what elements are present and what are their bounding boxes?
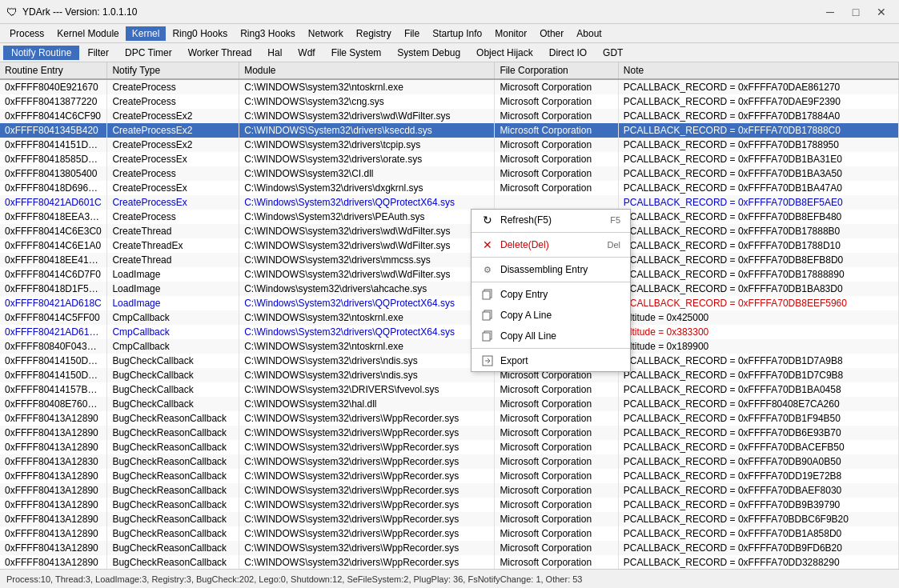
tab-gdt[interactable]: GDT <box>595 46 631 60</box>
table-row[interactable]: 0xFFFF80414C6E1A0CreateThreadExC:\WINDOW… <box>0 238 899 253</box>
menu-item-about[interactable]: About <box>570 26 608 41</box>
table-row[interactable]: 0xFFFF80414150DCB50BugCheckCallbackC:\WI… <box>0 368 899 382</box>
tab-wdf[interactable]: Wdf <box>290 46 323 60</box>
table-row[interactable]: 0xFFFF80840F0438E0CmpCallbackC:\WINDOWS\… <box>0 339 899 354</box>
table-row[interactable]: 0xFFFF80414151DD9F0CreateProcessEx2C:\WI… <box>0 138 899 152</box>
table-row[interactable]: 0xFFFF80414C6CF90CreateProcessEx2C:\WIND… <box>0 109 899 123</box>
context-menu-item-refresh-f5-[interactable]: ↻Refresh(F5)F5 <box>472 210 630 230</box>
menu-item-startup-info[interactable]: Startup Info <box>426 26 488 41</box>
context-menu-shortcut: F5 <box>610 215 620 225</box>
menu-item-registry[interactable]: Registry <box>350 26 398 41</box>
tab-system-debug[interactable]: System Debug <box>389 46 468 60</box>
menu-item-network[interactable]: Network <box>302 26 350 41</box>
status-bar: Process:10, Thread:3, LoadImage:3, Regis… <box>0 569 899 588</box>
menu-item-other[interactable]: Other <box>533 26 570 41</box>
context-menu-separator <box>472 282 630 282</box>
cell-col-type: BugCheckReasonCallback <box>107 469 239 483</box>
copy-icon <box>481 288 494 301</box>
table-row[interactable]: 0xFFFF80421AD601CCreateProcessExC:\Windo… <box>0 195 899 210</box>
table-row[interactable]: 0xFFFF80414C5FF00CmpCallbackC:\WINDOWS\s… <box>0 310 899 325</box>
cell-col-type: BugCheckReasonCallback <box>107 498 239 512</box>
tab-filter[interactable]: Filter <box>79 46 117 60</box>
tab-object-hijack[interactable]: Object Hijack <box>468 46 541 60</box>
table-row[interactable]: 0xFFFF80413A12890BugCheckReasonCallbackC… <box>0 512 899 526</box>
menu-item-process[interactable]: Process <box>3 26 50 41</box>
cell-col-type: BugCheckReasonCallback <box>107 541 239 555</box>
table-row[interactable]: 0xFFFF80413A12890BugCheckReasonCallbackC… <box>0 541 899 555</box>
tab-hal[interactable]: Hal <box>259 46 290 60</box>
table-row[interactable]: 0xFFFF8040E921670CreateProcessC:\WINDOWS… <box>0 79 899 94</box>
cell-col-module: C:\WINDOWS\system32\drivers\wd\WdFilter.… <box>239 267 495 282</box>
context-menu-item-copy-entry[interactable]: Copy Entry <box>472 284 630 305</box>
col-header-fc[interactable]: File Corporation <box>495 62 618 79</box>
cell-col-entry: 0xFFFF80421AD618C <box>0 296 107 310</box>
cell-col-fc: Microsoft Corporation <box>495 469 618 483</box>
table-row[interactable]: 0xFFFF80413A12890BugCheckReasonCallbackC… <box>0 483 899 498</box>
title-bar: 🛡 YDArk --- Version: 1.0.1.10 ─ □ ✕ <box>0 0 899 24</box>
menu-item-ring3-hooks[interactable]: Ring3 Hooks <box>234 26 302 41</box>
table-row[interactable]: 0xFFFF80414C6D7F0LoadImageC:\WINDOWS\sys… <box>0 267 899 282</box>
table-row[interactable]: 0xFFFF80413A12890BugCheckReasonCallbackC… <box>0 411 899 426</box>
table-row[interactable]: 0xFFFF80413A12890BugCheckReasonCallbackC… <box>0 526 899 541</box>
context-menu-item-delete-del-[interactable]: ✕Delete(Del)Del <box>472 234 630 255</box>
export-icon <box>481 354 494 367</box>
table-row[interactable]: 0xFFFF8041345B420CreateProcessEx2C:\WIND… <box>0 123 899 138</box>
cell-col-fc: Microsoft Corporation <box>495 138 618 152</box>
table-row[interactable]: 0xFFFF80413A12890BugCheckReasonCallbackC… <box>0 469 899 483</box>
cell-col-fc: Microsoft Corporation <box>495 123 618 138</box>
menu-item-ring0-hooks[interactable]: Ring0 Hooks <box>166 26 234 41</box>
tab-dpc-timer[interactable]: DPC Timer <box>117 46 180 60</box>
context-menu-item-copy-a-line[interactable]: Copy A Line <box>472 305 630 326</box>
cell-col-entry: 0xFFFF80414C6CF90 <box>0 109 107 123</box>
context-menu-item-disassembling-entry[interactable]: ⚙Disassembling Entry <box>472 259 630 280</box>
table-row[interactable]: 0xFFFF80413A12890BugCheckReasonCallbackC… <box>0 555 899 569</box>
table-row[interactable]: 0xFFFF80414150DCB50BugCheckCallbackC:\WI… <box>0 354 899 368</box>
minimize-button[interactable]: ─ <box>819 4 841 20</box>
tab-direct-io[interactable]: Direct IO <box>541 46 595 60</box>
table-row[interactable]: 0xFFFF80418EE41060CreateThreadC:\WINDOWS… <box>0 253 899 267</box>
context-menu-item-copy-all-line[interactable]: Copy All Line <box>472 326 630 346</box>
table-row[interactable]: 0xFFFF80413877220CreateProcessC:\WINDOWS… <box>0 94 899 109</box>
cell-col-type: BugCheckReasonCallback <box>107 426 239 440</box>
cell-col-entry: 0xFFFF80413A12890 <box>0 440 107 454</box>
menu-item-monitor[interactable]: Monitor <box>488 26 533 41</box>
table-scroll[interactable]: Routine Entry Notify Type Module File Co… <box>0 62 899 569</box>
context-menu-item-export[interactable]: Export <box>472 350 630 371</box>
table-row[interactable]: 0xFFFF80413A12890BugCheckReasonCallbackC… <box>0 426 899 440</box>
table-row[interactable]: 0xFFFF80413A12830BugCheckReasonCallbackC… <box>0 454 899 469</box>
menu-item-kernel[interactable]: Kernel <box>126 26 167 41</box>
menu-item-kernel-module[interactable]: Kernel Module <box>50 26 125 41</box>
col-header-entry[interactable]: Routine Entry <box>0 62 107 79</box>
tab-notify-routine[interactable]: Notify Routine <box>3 46 79 60</box>
context-menu-label: Export <box>500 355 528 366</box>
cell-col-fc: Microsoft Corporation <box>495 382 618 397</box>
cell-col-type: LoadImage <box>107 267 239 282</box>
menu-item-file[interactable]: File <box>398 26 426 41</box>
table-row[interactable]: 0xFFFF80418D1F5B210LoadImageC:\Windows\s… <box>0 282 899 296</box>
cell-col-module: C:\WINDOWS\system32\ntoskrnl.exe <box>239 79 495 94</box>
toolbar: Notify RoutineFilterDPC TimerWorker Thre… <box>0 43 899 62</box>
col-header-note[interactable]: Note <box>618 62 898 79</box>
table-row[interactable]: 0xFFFF80421AD61ECCmpCallbackC:\Windows\S… <box>0 325 899 339</box>
col-header-module[interactable]: Module <box>239 62 495 79</box>
tab-worker-thread[interactable]: Worker Thread <box>180 46 260 60</box>
table-row[interactable]: 0xFFFF80418585D930CreateProcessExC:\WIND… <box>0 152 899 166</box>
col-header-type[interactable]: Notify Type <box>107 62 239 79</box>
table-row[interactable]: 0xFFFF80418EEA3CF0CreateProcessC:\Window… <box>0 210 899 224</box>
cell-col-type: CreateProcessEx <box>107 152 239 166</box>
cell-col-note: PCALLBACK_RECORD = 0xFFFFA70BDBC6F9B20 <box>618 512 898 526</box>
cell-col-entry: 0xFFFF80418EEA3CF0 <box>0 210 107 224</box>
cell-col-fc: Microsoft Corporation <box>495 411 618 426</box>
table-row[interactable]: 0xFFFF80413805400CreateProcessC:\WINDOWS… <box>0 166 899 181</box>
cell-col-note: PCALLBACK_RECORD = 0xFFFFA70DB8EFB8D0 <box>618 253 898 267</box>
table-row[interactable]: 0xFFFF80408E760BC0BugCheckCallbackC:\WIN… <box>0 397 899 411</box>
maximize-button[interactable]: □ <box>845 4 867 20</box>
table-row[interactable]: 0xFFFF80414C6E3C0CreateThreadC:\WINDOWS\… <box>0 224 899 238</box>
tab-file-system[interactable]: File System <box>323 46 390 60</box>
table-row[interactable]: 0xFFFF80418D696AA0CreateProcessExC:\Wind… <box>0 181 899 195</box>
table-row[interactable]: 0xFFFF80414157B4E0BugCheckCallbackC:\WIN… <box>0 382 899 397</box>
close-button[interactable]: ✕ <box>870 4 893 20</box>
table-row[interactable]: 0xFFFF80413A12890BugCheckReasonCallbackC… <box>0 440 899 454</box>
table-row[interactable]: 0xFFFF80413A12890BugCheckReasonCallbackC… <box>0 498 899 512</box>
table-row[interactable]: 0xFFFF80421AD618CLoadImageC:\Windows\Sys… <box>0 296 899 310</box>
